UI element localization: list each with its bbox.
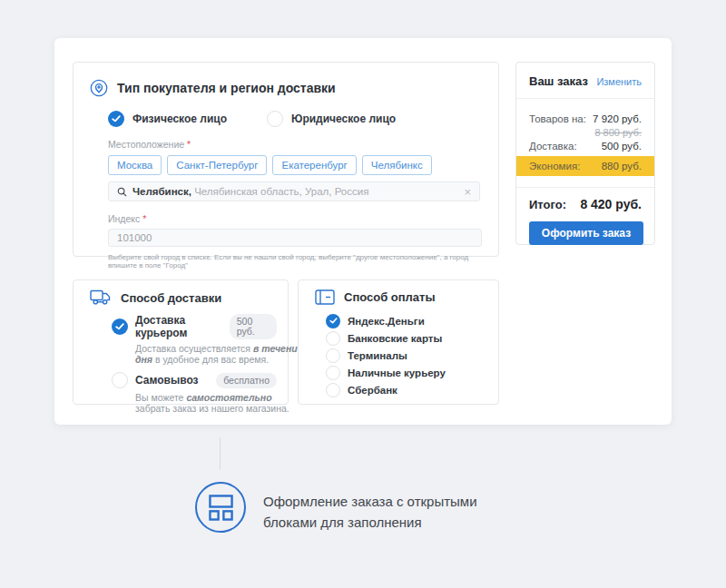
- check-icon: [112, 115, 121, 122]
- layout-blocks-icon: [209, 495, 233, 521]
- radio-unchecked-icon[interactable]: [326, 348, 340, 363]
- desc-emphasis: самостоятельно: [186, 392, 271, 403]
- radio-checked-icon[interactable]: [108, 111, 124, 127]
- row-value: 7 920 руб.: [593, 113, 642, 125]
- check-icon: [115, 323, 124, 330]
- desc-text: забрать заказ из нашего магазина.: [135, 403, 289, 414]
- location-label-text: Местоположение: [108, 139, 184, 150]
- row-label: Экономия:: [529, 161, 580, 172]
- radio-unchecked-icon[interactable]: [112, 372, 128, 388]
- delivery-option-courier[interactable]: Доставка курьером 500 руб.: [112, 314, 277, 339]
- section-title: Способ доставки: [121, 291, 221, 305]
- clear-icon[interactable]: ×: [464, 186, 471, 198]
- index-field[interactable]: [108, 229, 482, 247]
- total-label: Итого:: [529, 198, 566, 211]
- payment-options: Яндекс.Деньги Банковские карты Терминалы…: [326, 314, 498, 397]
- option-label: Самовывоз: [135, 374, 199, 387]
- radio-checked-icon[interactable]: [326, 314, 340, 328]
- location-pin-icon: [90, 79, 108, 97]
- radio-unchecked-icon[interactable]: [267, 111, 283, 127]
- payment-option-sberbank[interactable]: Сбербанк: [326, 383, 498, 397]
- row-label: Доставка:: [529, 141, 577, 152]
- section-title: Способ оплаты: [344, 290, 436, 304]
- city-chips: Москва Санкт-Петербург Екатеренбург Челя…: [108, 155, 498, 175]
- order-summary-header: Ваш заказ Изменить: [516, 63, 654, 98]
- search-icon: [117, 187, 127, 197]
- section-title: Тип покупателя и регион доставки: [117, 81, 336, 95]
- option-label: Наличные курьеру: [348, 368, 446, 378]
- edit-link[interactable]: Изменить: [596, 76, 642, 87]
- radio-company[interactable]: Юридическое лицо: [267, 111, 396, 127]
- city-chip-ekb[interactable]: Екатеренбург: [272, 155, 356, 175]
- delivery-header: Способ доставки: [90, 289, 288, 306]
- payment-option-cards[interactable]: Банковские карты: [326, 331, 498, 345]
- total-value: 8 420 руб.: [580, 197, 642, 211]
- radio-unchecked-icon[interactable]: [326, 383, 340, 397]
- radio-unchecked-icon[interactable]: [326, 331, 340, 346]
- delivery-method-section: Способ доставки Доставка курьером 500 ру…: [73, 279, 289, 405]
- radio-label: Физическое лицо: [132, 113, 227, 125]
- summary-total-row: Итого: 8 420 руб.: [516, 188, 654, 211]
- delivery-option-pickup[interactable]: Самовывоз бесплатно: [112, 372, 277, 388]
- price-badge: 500 руб.: [230, 314, 277, 339]
- index-label-text: Индекс: [108, 213, 140, 224]
- submit-order-button[interactable]: Оформить заказ: [529, 221, 643, 245]
- radio-unchecked-icon[interactable]: [326, 366, 340, 380]
- search-value-rest: Челябинская область, Урал, Россия: [191, 186, 368, 197]
- payment-option-terminals[interactable]: Терминалы: [326, 348, 498, 362]
- search-value-city: Челябинск,: [132, 186, 191, 197]
- truck-icon: [90, 289, 112, 306]
- row-label: Товаров на:: [529, 113, 586, 125]
- option-label: Доставка курьером: [135, 314, 230, 339]
- summary-row-items: Товаров на: 7 920 руб.: [516, 113, 654, 125]
- option-description: Доставка осуществляется в течение дня в …: [135, 343, 303, 365]
- desc-text: в удобное для вас время.: [152, 354, 269, 365]
- row-value: 500 руб.: [602, 141, 642, 152]
- row-value: 880 руб.: [602, 161, 642, 172]
- annotation-caption: Оформление заказа с открытыми блоками дл…: [263, 491, 477, 533]
- order-title: Ваш заказ: [529, 74, 588, 88]
- city-search-input[interactable]: Челябинск, Челябинская область, Урал, Ро…: [108, 181, 480, 201]
- caption-line-1: Оформление заказа с открытыми: [263, 491, 477, 512]
- buyer-region-header: Тип покупателя и регион доставки: [90, 79, 498, 97]
- required-asterisk: *: [187, 139, 191, 150]
- buyer-type-radios: Физическое лицо Юридическое лицо: [108, 111, 498, 127]
- divider: [516, 98, 654, 99]
- order-summary: Ваш заказ Изменить Товаров на: 7 920 руб…: [515, 62, 655, 245]
- payment-header: Способ оплаты: [315, 289, 498, 305]
- connector-line: [220, 437, 221, 470]
- buyer-region-section: Тип покупателя и регион доставки Физичес…: [73, 62, 499, 257]
- location-label: Местоположение *: [108, 139, 498, 150]
- required-asterisk: *: [142, 213, 146, 224]
- index-label: Индекс *: [108, 213, 498, 224]
- city-chip-chel[interactable]: Челябинкс: [362, 155, 432, 175]
- wallet-icon: [315, 289, 335, 305]
- payment-option-cash[interactable]: Наличные курьеру: [326, 366, 498, 379]
- payment-option-yandex[interactable]: Яндекс.Деньги: [326, 314, 498, 328]
- radio-checked-icon[interactable]: [112, 318, 128, 335]
- savings-highlight: Экономия: 880 руб.: [516, 156, 654, 176]
- option-label: Яндекс.Деньги: [348, 316, 425, 327]
- check-icon: [329, 318, 338, 324]
- desc-text: Доставка осуществляется: [135, 343, 253, 354]
- helper-text: Выберите свой город в списке. Если вы не…: [108, 253, 480, 270]
- radio-individual[interactable]: Физическое лицо: [108, 111, 227, 127]
- price-badge: бесплатно: [216, 373, 277, 388]
- option-label: Банковские карты: [348, 333, 442, 344]
- city-chip-moscow[interactable]: Москва: [108, 155, 162, 175]
- desc-text: Вы можете: [135, 392, 186, 403]
- city-chip-spb[interactable]: Санкт-Петербург: [167, 155, 267, 175]
- option-description: Вы можете самостоятельно забрать заказ и…: [135, 392, 303, 414]
- summary-row-delivery: Доставка: 500 руб.: [516, 141, 654, 152]
- blocks-circle-icon: [195, 482, 246, 533]
- option-label: Терминалы: [348, 350, 407, 361]
- option-label: Сбербанк: [348, 385, 397, 396]
- radio-label: Юридическое лицо: [291, 113, 396, 125]
- old-price: 8 800 руб.: [516, 127, 654, 138]
- checkout-card: Тип покупателя и регион доставки Физичес…: [54, 38, 672, 425]
- payment-method-section: Способ оплаты Яндекс.Деньги Банковские к…: [298, 279, 499, 405]
- caption-line-2: блоками для заполнения: [263, 512, 477, 533]
